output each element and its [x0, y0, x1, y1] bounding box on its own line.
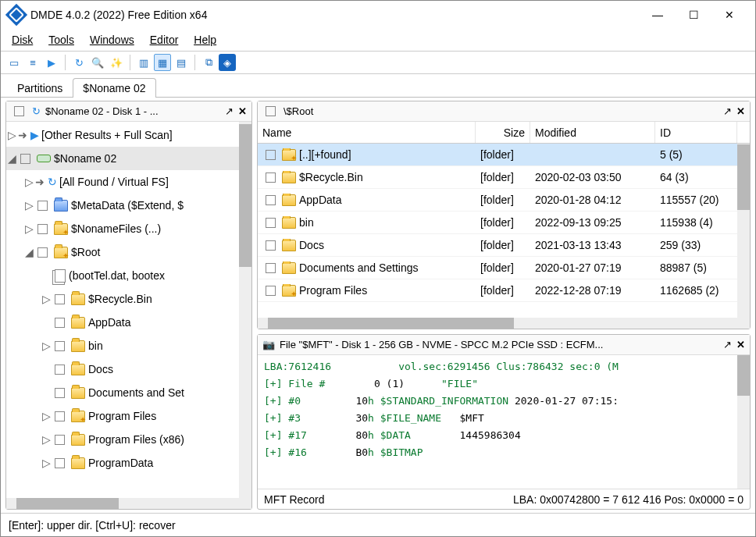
file-row[interactable]: Docs[folder]2021-03-13 13:43259 (33) [258, 234, 737, 257]
checkbox[interactable] [55, 365, 65, 375]
file-row[interactable]: Program Files[folder]2022-12-28 07:19116… [258, 279, 737, 302]
tab-partitions[interactable]: Partitions [7, 78, 73, 98]
checkbox[interactable] [266, 240, 276, 251]
checkbox[interactable] [55, 294, 65, 304]
tree-item[interactable]: Docs [88, 363, 113, 375]
tree-item[interactable]: $Root [71, 246, 100, 258]
expander-icon[interactable]: ▷ [23, 176, 34, 188]
file-row[interactable]: bin[folder]2022-09-13 09:25115938 (4) [258, 212, 737, 234]
expander-icon[interactable]: ▷ [41, 410, 52, 422]
file-modified: 2022-09-13 09:25 [530, 216, 655, 229]
tree-item[interactable]: bin [88, 340, 103, 352]
folder-icon [71, 434, 85, 446]
menu-windows[interactable]: Windows [90, 34, 134, 46]
tool-view3-icon[interactable]: ▤ [173, 54, 190, 71]
grid-hscrollbar[interactable] [258, 318, 750, 329]
tree-checkbox[interactable] [14, 106, 24, 116]
expander-icon[interactable]: ▷ [6, 129, 17, 141]
col-name[interactable]: Name [258, 122, 476, 143]
file-row[interactable]: $Recycle.Bin[folder]2020-02-03 03:5064 (… [258, 166, 737, 189]
checkbox[interactable] [55, 411, 65, 421]
tree-vscrollbar[interactable] [239, 122, 251, 498]
mft-vscrollbar[interactable] [737, 355, 750, 489]
close-button[interactable]: ✕ [711, 3, 747, 27]
tree-item[interactable]: $NonameFiles (...) [71, 222, 161, 235]
col-size[interactable]: Size [476, 122, 530, 143]
checkbox[interactable] [55, 341, 65, 351]
close-icon[interactable]: ✕ [238, 105, 247, 117]
checkbox[interactable] [55, 318, 65, 328]
tool-columns-icon[interactable]: ⧉ [200, 54, 217, 71]
tool-sparkle-icon[interactable]: ✨ [108, 54, 125, 71]
tool-refresh-icon[interactable]: ↻ [70, 54, 87, 71]
tool-device-icon[interactable]: ▭ [5, 54, 23, 71]
refresh-icon[interactable]: ↻ [32, 105, 41, 117]
close-icon[interactable]: ✕ [736, 339, 745, 350]
expand-icon[interactable]: ↗ [723, 339, 732, 350]
checkbox[interactable] [266, 195, 276, 205]
tool-play-icon[interactable]: ▶ [43, 54, 60, 71]
filelist-checkbox[interactable] [266, 106, 276, 116]
checkbox[interactable] [55, 388, 65, 398]
checkbox[interactable] [37, 247, 48, 258]
menu-tools[interactable]: Tools [48, 34, 74, 46]
checkbox[interactable] [55, 458, 65, 468]
mft-title: File "$MFT" - Disk 1 - 256 GB - NVME - S… [280, 339, 719, 350]
expander-icon[interactable]: ▷ [23, 222, 34, 235]
checkbox[interactable] [266, 218, 276, 228]
checkbox[interactable] [55, 435, 65, 445]
maximize-button[interactable]: ☐ [676, 3, 711, 27]
tool-list-icon[interactable]: ≡ [24, 54, 41, 71]
expander-icon[interactable]: ▷ [23, 199, 34, 212]
checkbox[interactable] [266, 150, 276, 160]
file-row[interactable]: Documents and Settings[folder]2020-01-27… [258, 257, 737, 279]
menu-help[interactable]: Help [194, 34, 216, 46]
expander-icon[interactable]: ◢ [6, 152, 17, 165]
tool-view2-icon[interactable]: ▦ [154, 54, 171, 71]
tool-search-icon[interactable]: 🔍 [89, 54, 106, 71]
camera-icon[interactable]: 📷 [262, 339, 275, 350]
tree-item[interactable]: AppData [88, 316, 130, 329]
col-modified[interactable]: Modified [530, 122, 655, 143]
close-icon[interactable]: ✕ [736, 105, 745, 117]
folder-icon [71, 293, 85, 305]
mft-status-right: LBA: 0x00742800 = 7 612 416 Pos: 0x0000 … [513, 493, 744, 506]
tree-item[interactable]: (bootTel.dat, bootex [69, 269, 165, 282]
tree-item[interactable]: $MetaData ($Extend, $ [71, 199, 184, 212]
checkbox[interactable] [266, 286, 276, 296]
tree-item[interactable]: $Recycle.Bin [88, 293, 152, 305]
menu-disk[interactable]: Disk [12, 34, 33, 46]
grid-vscrollbar[interactable] [737, 144, 750, 318]
file-modified: 2020-01-28 04:12 [530, 194, 655, 206]
expander-icon[interactable]: ▷ [41, 457, 52, 469]
menu-editor[interactable]: Editor [150, 34, 179, 46]
expand-icon[interactable]: ↗ [225, 105, 234, 117]
tree-item[interactable]: [All Found / Virtual FS] [59, 176, 169, 188]
tree-item[interactable]: Program Files (x86) [88, 433, 184, 446]
col-id[interactable]: ID [655, 122, 737, 143]
expander-icon[interactable]: ▷ [41, 433, 52, 446]
expand-icon[interactable]: ↗ [723, 105, 732, 117]
file-row[interactable]: [..][+found][folder]5 (5) [258, 144, 737, 166]
checkbox[interactable] [37, 224, 48, 234]
minimize-button[interactable]: — [640, 3, 676, 27]
checkbox[interactable] [37, 201, 48, 211]
expander-icon[interactable]: ▷ [41, 340, 52, 352]
expander-icon[interactable]: ▷ [41, 293, 52, 305]
tab-noname[interactable]: $Noname 02 [73, 78, 155, 98]
tool-view1-icon[interactable]: ▥ [135, 54, 152, 71]
tree-hscrollbar[interactable] [6, 498, 251, 509]
tree-item[interactable]: Program Files [88, 410, 156, 422]
file-row[interactable]: AppData[folder]2020-01-28 04:12115557 (2… [258, 189, 737, 212]
checkbox[interactable] [266, 263, 276, 273]
tabbar: Partitions $Noname 02 [1, 74, 755, 98]
checkbox[interactable] [266, 172, 276, 183]
checkbox[interactable] [20, 154, 30, 164]
tool-logo-icon[interactable]: ◈ [219, 54, 236, 71]
tree-item[interactable]: Documents and Set [88, 386, 184, 399]
tree-item[interactable]: $Noname 02 [54, 152, 116, 165]
tree-item[interactable]: [Other Results + Full Scan] [41, 129, 173, 141]
expander-icon[interactable]: ◢ [23, 246, 34, 258]
file-name: Program Files [299, 284, 367, 297]
tree-item[interactable]: ProgramData [88, 457, 153, 469]
